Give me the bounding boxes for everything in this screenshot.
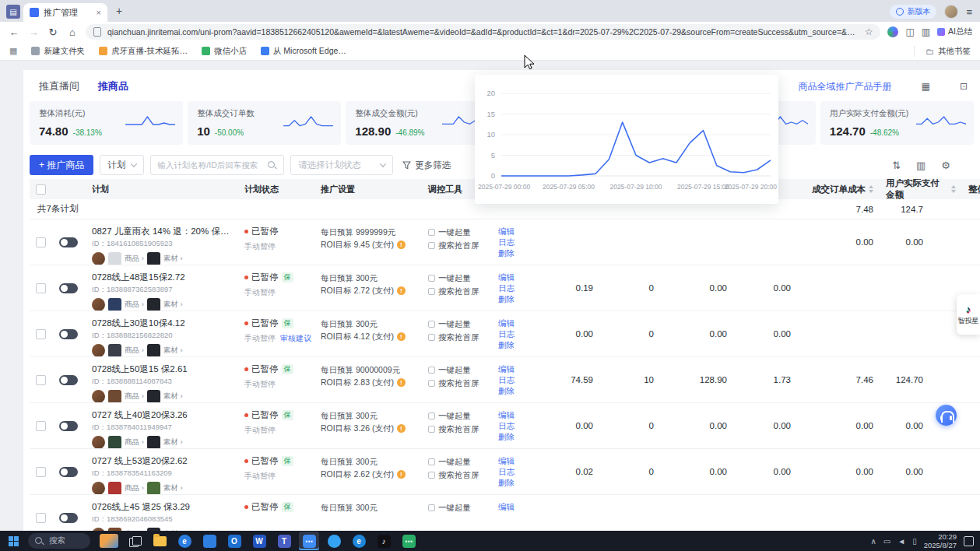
product-link[interactable]: 商品 › <box>125 391 144 402</box>
material-thumbnail[interactable] <box>147 344 160 356</box>
operation-link[interactable]: 日志 <box>498 283 528 293</box>
plan-title[interactable]: 0728线上48退15保2.72 <box>92 272 232 283</box>
material-thumbnail[interactable] <box>147 436 160 448</box>
metric-card[interactable]: 整体成交订单数10-50.00% <box>188 101 341 145</box>
row-checkbox[interactable] <box>36 283 46 293</box>
audience-icon[interactable]: ⇅ <box>892 160 901 171</box>
product-thumbnail[interactable] <box>108 390 121 402</box>
roi-info-icon[interactable]: ! <box>397 332 406 341</box>
row-checkbox[interactable] <box>36 421 46 431</box>
favorite-star-icon[interactable]: ☆ <box>865 26 873 37</box>
teams-icon[interactable]: T <box>274 532 294 550</box>
row-checkbox[interactable] <box>36 237 46 247</box>
row-toggle-switch[interactable] <box>59 283 78 293</box>
row-toggle-switch[interactable] <box>59 467 78 477</box>
material-thumbnail[interactable] <box>147 298 160 311</box>
custom-metrics-icon[interactable]: ▦ <box>922 81 930 92</box>
more-filters-button[interactable]: 更多筛选 <box>402 160 451 171</box>
operation-link[interactable]: 编辑 <box>498 455 528 466</box>
other-bookmarks[interactable]: 🗀 其他书签 <box>914 46 971 57</box>
roi-info-icon[interactable]: ! <box>397 470 406 479</box>
forward-icon[interactable]: → <box>27 26 40 38</box>
metric-card[interactable]: 整体消耗(元)74.80-38.13% <box>30 101 183 145</box>
operation-link[interactable]: 编辑 <box>498 501 528 512</box>
product-link[interactable]: 商品 › <box>125 346 144 356</box>
product-link[interactable]: 商品 › <box>125 254 144 264</box>
product-link[interactable]: 商品 › <box>125 437 144 447</box>
tiktok-icon[interactable]: ♪ <box>374 532 394 550</box>
widgets-thumbnail[interactable] <box>100 534 118 548</box>
material-thumbnail[interactable] <box>147 252 160 265</box>
taskbar-search[interactable]: 搜索 <box>28 533 90 549</box>
product-link[interactable]: 商品 › <box>125 300 144 310</box>
sort-icon[interactable] <box>951 185 956 193</box>
material-thumbnail[interactable] <box>147 390 160 402</box>
column-header-cost[interactable]: 成交订单成本 <box>797 179 880 199</box>
page-info-icon[interactable] <box>93 27 101 37</box>
notification-icon[interactable] <box>964 536 974 546</box>
select-all-checkbox[interactable] <box>36 184 46 195</box>
ai-summary-button[interactable]: AI总结 <box>937 26 972 37</box>
roi-info-icon[interactable]: ! <box>397 240 406 249</box>
material-link[interactable]: 素材 › <box>163 483 183 493</box>
product-thumbnail[interactable] <box>108 482 121 494</box>
start-button[interactable] <box>3 531 23 551</box>
column-header-plan[interactable]: 计划 <box>86 184 238 195</box>
material-link[interactable]: 素材 › <box>163 437 183 447</box>
new-version-badge[interactable]: 新版本 <box>890 5 936 19</box>
word-icon[interactable]: W <box>249 532 269 550</box>
bookmarks-panel-icon[interactable]: ▦ <box>9 46 17 56</box>
control-tool[interactable]: 一键起量 <box>428 409 486 423</box>
tab-close-icon[interactable]: × <box>97 8 101 17</box>
file-explorer-icon[interactable] <box>149 532 170 550</box>
control-tool[interactable]: 一键起量 <box>428 226 486 239</box>
control-tool[interactable]: 一键起量 <box>428 363 486 377</box>
roi-info-icon[interactable]: ! <box>397 286 406 295</box>
control-tool[interactable]: 搜索抢首屏 <box>428 469 486 482</box>
browser-menu-icon[interactable]: ≡ <box>966 6 972 18</box>
operation-link[interactable]: 删除 <box>498 431 528 442</box>
roi-info-icon[interactable]: ! <box>397 378 406 387</box>
material-thumbnail[interactable] <box>147 482 160 494</box>
column-settings-icon[interactable]: ⚙ <box>941 160 950 171</box>
chat-app-icon[interactable]: ⋯ <box>299 532 319 550</box>
media-app-icon[interactable] <box>324 532 344 550</box>
column-header-status[interactable]: 计划状态 <box>238 184 314 195</box>
new-tab-button[interactable]: + <box>111 2 128 19</box>
tab-products[interactable]: 推商品 <box>98 79 128 93</box>
plan-status-select[interactable]: 请选择计划状态 <box>290 155 393 175</box>
operation-link[interactable]: 删除 <box>498 293 528 304</box>
control-tool[interactable]: 搜索抢首屏 <box>428 423 486 436</box>
operation-link[interactable]: 日志 <box>498 466 528 477</box>
operation-link[interactable]: 日志 <box>498 374 528 385</box>
control-tool[interactable]: 一键起量 <box>428 272 486 285</box>
split-screen-icon[interactable]: ◫ <box>905 26 914 37</box>
material-link[interactable]: 素材 › <box>163 300 183 310</box>
material-link[interactable]: 素材 › <box>163 391 183 402</box>
operation-link[interactable]: 编辑 <box>498 272 528 283</box>
display-icon[interactable]: ▭ <box>883 537 890 546</box>
task-view-icon[interactable] <box>129 536 141 546</box>
mic-icon[interactable]: ▯ <box>912 537 917 546</box>
browser-2-icon[interactable]: e <box>349 532 369 550</box>
url-text[interactable]: qianchuan.jinritemai.com/uni-prom?aavid=… <box>107 27 859 37</box>
control-tool[interactable]: 一键起量 <box>428 318 486 331</box>
plan-title[interactable]: 0727 线上40退20保3.26 <box>92 409 232 421</box>
tray-chevron-icon[interactable]: ∧ <box>871 537 876 546</box>
row-toggle-switch[interactable] <box>59 237 78 247</box>
control-tool[interactable]: 搜索抢首屏 <box>428 377 486 390</box>
column-header-pay[interactable]: 用户实际支付金额 <box>880 179 962 199</box>
workspace-icon[interactable]: ▤ <box>6 5 20 19</box>
search-icon[interactable] <box>267 160 277 170</box>
browser-tab[interactable]: 推广管理 × <box>23 3 107 22</box>
bookmark-item[interactable]: 新建文件夹 <box>31 46 85 57</box>
bookmark-item[interactable]: 从 Microsoft Edge… <box>261 46 346 57</box>
operation-link[interactable]: 删除 <box>498 339 528 350</box>
app-blue-icon[interactable] <box>199 532 220 550</box>
material-link[interactable]: 素材 › <box>163 346 183 356</box>
operation-link[interactable]: 删除 <box>498 477 528 488</box>
fullscreen-icon[interactable]: ⊡ <box>960 81 968 92</box>
product-thumbnail[interactable] <box>108 436 121 448</box>
row-toggle-switch[interactable] <box>59 375 78 385</box>
customer-service-button[interactable] <box>936 405 957 426</box>
